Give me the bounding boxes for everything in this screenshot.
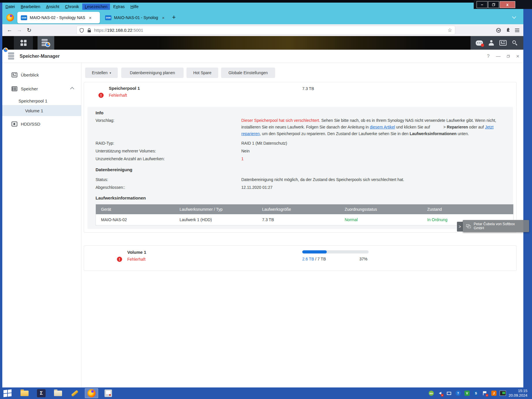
menu-ansicht[interactable]: Ansicht <box>43 3 62 10</box>
tab-label: MAIO-NAS-02 - Synology NAS <box>30 15 85 20</box>
article-link[interactable]: diesem Artikel <box>370 125 395 129</box>
volume-total: / 7 TB <box>314 257 326 261</box>
menu-datei[interactable]: Datei <box>3 3 18 10</box>
start-button[interactable] <box>3 389 12 397</box>
user-account-icon[interactable] <box>488 40 494 46</box>
screen: Datei Bearbeiten Ansicht Chronik Lesezei… <box>0 0 532 399</box>
vpn-icon[interactable]: V <box>464 390 470 396</box>
notifications-icon[interactable] <box>476 40 483 46</box>
bookmark-star-icon[interactable]: ☆ <box>448 27 452 33</box>
notification-badge <box>481 44 484 47</box>
drive-table-header: Gerät Laufwerksnummer / Typ Laufwerksgrö… <box>96 204 513 214</box>
suggestion-alert: Dieser Speicherpool hat sich verschlecht… <box>241 118 320 123</box>
gold-tool-app-icon[interactable] <box>68 388 81 398</box>
erstellen-button[interactable]: Erstellen▾ <box>85 68 118 78</box>
sidebar-item-speicherpool-1[interactable]: Speicherpool 1 <box>2 95 81 106</box>
firefox-taskbar-icon[interactable] <box>85 388 98 398</box>
dsm-favicon: DSM <box>105 15 111 20</box>
network-icon[interactable] <box>446 390 452 396</box>
sbx-icon[interactable]: sbx <box>428 390 434 396</box>
drive-table-row[interactable]: MAIO-NAS-02 Laufwerk 1 (HDD) 7.3 TB Norm… <box>96 214 513 225</box>
main-menu-button[interactable] <box>14 36 33 50</box>
chevron-up-icon[interactable] <box>71 86 74 91</box>
tab-maio-nas-02[interactable]: DSM MAIO-NAS-02 - Synology NAS × <box>17 12 100 23</box>
tab-close-icon[interactable]: × <box>162 15 165 20</box>
lock-warning-icon[interactable] <box>87 28 91 33</box>
help-icon[interactable]: ? <box>487 54 490 59</box>
tab-close-icon[interactable]: × <box>89 15 92 20</box>
new-tab-button[interactable]: + <box>172 14 176 21</box>
datenbereinigung-planen-button[interactable]: Datenbereinigung planen <box>121 68 184 78</box>
sigma-app-icon[interactable]: Σ <box>35 388 48 398</box>
menu-hamburger-icon[interactable] <box>515 29 519 32</box>
remote-session-icon[interactable] <box>500 390 506 396</box>
java-icon[interactable]: J <box>491 390 497 396</box>
extensions-puzzle-icon[interactable] <box>505 28 510 33</box>
firefox-icon[interactable] <box>6 14 14 21</box>
restore-icon[interactable] <box>507 55 510 58</box>
multi-volume-row: Unterstützung mehrerer Volumes:Nein <box>96 147 505 155</box>
speicherpool-card: Speicherpool 1 7.3 TB ! Fehlerhaft Info … <box>84 82 517 233</box>
sidebar-item-ueberblick[interactable]: Überblick <box>2 69 81 80</box>
window-title: Speicher-Manager <box>20 54 60 59</box>
scrub-status-row: Status:Datenbereinigung nicht möglich, d… <box>96 176 505 184</box>
menu-bearbeiten[interactable]: Bearbeiten <box>18 3 43 10</box>
menu-hilfe[interactable]: Hilfe <box>128 3 141 10</box>
menu-lesezeichen[interactable]: Lesezeichen <box>82 3 110 10</box>
hot-spare-button[interactable]: Hot Spare <box>186 68 218 78</box>
globale-einstellungen-button[interactable]: Globale Einstellungen <box>221 68 275 78</box>
list-all-tabs-icon[interactable] <box>512 15 516 19</box>
forward-button[interactable]: → <box>14 27 24 33</box>
search-icon[interactable] <box>512 40 518 46</box>
close-icon[interactable]: × <box>516 53 519 59</box>
caret-down-icon: ▾ <box>110 71 111 74</box>
volume-muted-icon[interactable]: × <box>437 390 443 396</box>
remote-overlay-expand-button[interactable]: > <box>457 222 463 232</box>
storage-manager-taskbar-button[interactable] <box>38 36 54 50</box>
volume-usage-fill <box>302 250 327 253</box>
volume-usage-text: 2.6 TB / 7 TB <box>302 257 326 261</box>
error-icon: ! <box>117 257 122 262</box>
remote-session-tooltip: Petar Čubela von Softbox GmbH <box>463 220 529 232</box>
tab-label: MAIO-NAS-01 - Synology NAS <box>114 15 158 20</box>
error-icon: ! <box>98 93 104 98</box>
taskbar: Σ sbx × ? V S × J 15:15 20.09.2024 <box>0 387 532 399</box>
sophos-icon[interactable]: S <box>473 390 479 396</box>
menu-chronik[interactable]: Chronik <box>62 3 81 10</box>
sidebar-item-speicher[interactable]: Speicher <box>2 83 81 94</box>
file-explorer-icon[interactable] <box>18 388 31 398</box>
url-text: https://192.168.0.22:5001 <box>94 28 143 33</box>
tab-strip: DSM MAIO-NAS-02 - Synology NAS × DSM MAI… <box>2 11 523 24</box>
taskbar-clock[interactable]: 15:15 20.09.2024 <box>509 389 530 398</box>
pool-status: Fehlerhaft <box>109 93 127 98</box>
volume-status: Fehlerhaft <box>127 257 145 262</box>
volume-used: 2.6 TB <box>302 257 314 261</box>
flag-alert-icon[interactable]: × <box>482 390 488 396</box>
widgets-icon[interactable] <box>499 40 507 46</box>
reload-button[interactable]: ↻ <box>24 27 34 33</box>
close-button[interactable]: x <box>500 1 515 8</box>
pocket-icon[interactable] <box>496 28 501 33</box>
browser-window-controls: – x <box>474 0 532 9</box>
pool-size: 7.3 TB <box>302 86 314 91</box>
datenbereinigung-heading: Datenbereinigung <box>96 167 505 172</box>
menu-extras[interactable]: Extras <box>111 3 127 10</box>
tab-maio-nas-01[interactable]: DSM MAIO-NAS-01 - Synology NAS × <box>102 12 168 23</box>
storage-manager-icon <box>42 39 50 47</box>
vorschlag-label: Vorschlag: <box>96 117 241 137</box>
drive-table: Gerät Laufwerksnummer / Typ Laufwerksgrö… <box>96 204 514 225</box>
device-app-icon[interactable] <box>102 388 115 398</box>
minimize-button[interactable]: – <box>477 1 488 8</box>
volume-card: Volume 1 ! Fehlerhaft 2.6 TB / 7 TB 37% <box>84 245 517 271</box>
dsm-topbar <box>2 36 523 50</box>
restore-button[interactable] <box>488 1 499 8</box>
files-app-icon[interactable] <box>51 388 65 398</box>
sidebar-item-hdd-ssd[interactable]: HDD/SSD <box>2 118 81 129</box>
language-icon[interactable]: ? <box>455 390 461 396</box>
browser-toolbar: ← → ↻ https://192.168.0.22:5001 ☆ <box>2 24 523 36</box>
url-bar[interactable]: https://192.168.0.22:5001 ☆ <box>77 26 455 34</box>
sidebar-item-volume-1[interactable]: Volume 1 <box>2 105 81 116</box>
back-button[interactable]: ← <box>5 27 14 33</box>
shield-icon[interactable] <box>80 28 84 33</box>
minimize-icon[interactable]: — <box>496 54 501 59</box>
